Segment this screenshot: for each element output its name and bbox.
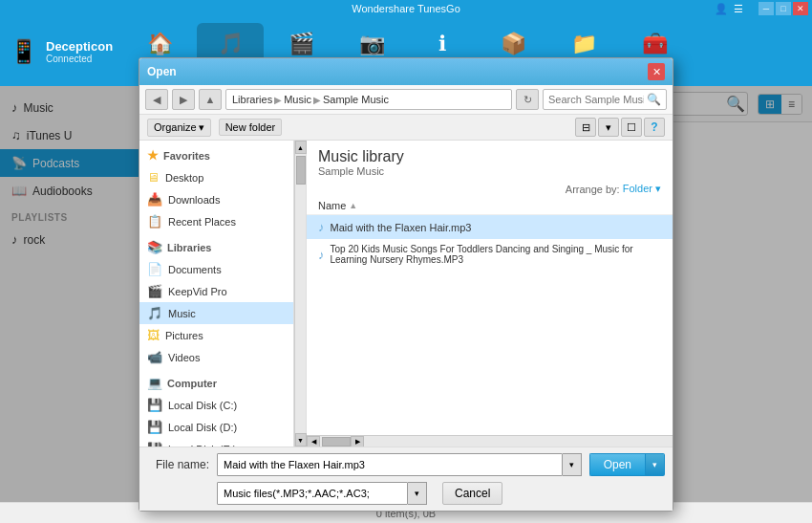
dialog-view-btn-1[interactable]: ⊟	[575, 118, 596, 137]
filename-dropdown[interactable]: ▾	[563, 453, 582, 476]
pictures-icon: 🖼	[147, 328, 160, 342]
music-icon: 🎵	[218, 32, 244, 56]
apps-icon: 📦	[501, 32, 526, 56]
filetype-field: ▾	[217, 482, 427, 505]
minimize-button[interactable]: ─	[759, 2, 774, 15]
dlg-item-downloads[interactable]: 📥 Downloads	[139, 188, 293, 210]
dlg-item-videos[interactable]: 📹 Videos	[139, 346, 293, 368]
arrange-by-button[interactable]: Folder ▾	[623, 183, 661, 195]
pictures-label: Pictures	[165, 330, 203, 341]
scroll-left-button[interactable]: ◀	[307, 436, 320, 447]
libraries-icon: 📚	[147, 240, 162, 254]
documents-label: Documents	[168, 264, 222, 275]
scroll-right-button[interactable]: ▶	[351, 436, 364, 447]
cancel-button-container: Cancel	[442, 482, 502, 505]
downloads-label: Downloads	[168, 194, 220, 206]
scroll-h-thumb[interactable]	[322, 437, 351, 447]
scroll-down-button[interactable]: ▼	[295, 433, 307, 447]
dlg-item-documents[interactable]: 📄 Documents	[139, 258, 293, 280]
filetype-dropdown[interactable]: ▾	[408, 482, 427, 505]
dialog-right-panel: Music library Sample Music Arrange by: F…	[307, 141, 673, 447]
cancel-button[interactable]: Cancel	[442, 482, 502, 505]
app-title: Wondershare TunesGo	[352, 3, 460, 14]
new-folder-button[interactable]: New folder	[219, 119, 283, 136]
dialog-search-input[interactable]	[548, 94, 644, 105]
dialog-refresh-button[interactable]: ↻	[516, 89, 539, 110]
dlg-item-recent-places[interactable]: 📋 Recent Places	[139, 210, 293, 232]
dialog-close-button[interactable]: ✕	[648, 63, 665, 80]
dialog-view-dropdown[interactable]: ▾	[598, 118, 619, 137]
recent-places-label: Recent Places	[168, 216, 236, 228]
name-column-header: Name	[318, 200, 346, 211]
close-button[interactable]: ✕	[793, 2, 808, 15]
scroll-thumb[interactable]	[296, 156, 306, 185]
dlg-item-pictures[interactable]: 🖼 Pictures	[139, 324, 293, 346]
photos-icon: 📷	[359, 32, 385, 56]
menu-icon: ☰	[734, 3, 743, 15]
dlg-item-desktop[interactable]: 🖥 Desktop	[139, 166, 293, 188]
filename-field: ▾	[217, 453, 582, 476]
new-folder-label: New folder	[225, 121, 276, 133]
recent-places-icon: 📋	[147, 214, 162, 229]
library-subtitle: Sample Music	[318, 165, 661, 177]
library-title: Music library	[318, 148, 661, 165]
file-dialog: Open ✕ ◀ ▶ ▲ Libraries ▶ Music ▶ Sample …	[139, 57, 673, 512]
device-status: Connected	[46, 54, 113, 64]
breadcrumb-libraries: Libraries	[232, 94, 272, 105]
scroll-up-button[interactable]: ▲	[295, 141, 307, 154]
file-item-0[interactable]: ♪ Maid with the Flaxen Hair.mp3	[307, 215, 673, 239]
filetype-row: ▾ Cancel	[147, 482, 665, 505]
open-button-arrow[interactable]: ▾	[645, 453, 665, 476]
file-icon-0: ♪	[318, 220, 325, 234]
favorites-label: Favorites	[163, 150, 210, 162]
filetype-input[interactable]	[217, 482, 408, 505]
window-controls: ─ □ ✕	[759, 2, 808, 15]
dialog-title-bar: Open ✕	[139, 58, 673, 85]
file-item-1[interactable]: ♪ Top 20 Kids Music Songs For Toddlers D…	[307, 239, 673, 270]
dialog-secondary-toolbar: Organize ▾ New folder ⊟ ▾ ☐ ?	[139, 115, 673, 141]
keepvid-label: KeepVid Pro	[168, 286, 227, 297]
videos-lib-icon: 📹	[147, 350, 162, 364]
information-icon: ℹ	[438, 32, 446, 56]
dialog-help-button[interactable]: ?	[644, 118, 665, 137]
organize-button[interactable]: Organize ▾	[147, 119, 211, 137]
dlg-item-disk-e[interactable]: 💾 Local Disk (E:)	[139, 438, 293, 447]
arrange-by-label: Arrange by:	[566, 184, 620, 195]
breadcrumb-music: Music	[284, 94, 311, 105]
device-name: Decepticon	[46, 39, 113, 54]
dialog-left-panel: ★ Favorites 🖥 Desktop 📥 Downloads	[139, 141, 294, 447]
home-icon: 🏠	[147, 32, 173, 56]
dialog-back-button[interactable]: ◀	[145, 89, 168, 110]
music-lib-label: Music	[168, 308, 196, 319]
favorites-header: ★ Favorites	[139, 144, 293, 166]
desktop-label: Desktop	[165, 172, 203, 184]
maximize-button[interactable]: □	[776, 2, 791, 15]
dialog-search-icon: 🔍	[647, 93, 661, 106]
dialog-up-button[interactable]: ▲	[199, 89, 222, 110]
dialog-view-btn-2[interactable]: ☐	[621, 118, 642, 137]
dialog-search-box: 🔍	[543, 89, 667, 110]
device-info: 📱 Decepticon Connected	[0, 17, 124, 86]
downloads-icon: 📥	[147, 192, 162, 207]
open-button-group: Open ▾	[589, 453, 665, 476]
dialog-title: Open	[147, 65, 177, 78]
dlg-item-keepvid-pro[interactable]: 🎬 KeepVid Pro	[139, 280, 293, 302]
dialog-forward-button[interactable]: ▶	[172, 89, 195, 110]
title-bar-user-area: 👤 ☰	[715, 3, 743, 15]
disk-c-label: Local Disk (C:)	[168, 400, 237, 411]
arrange-by-arrow: ▾	[655, 183, 661, 194]
arrange-by-value: Folder	[623, 183, 652, 194]
dlg-item-disk-c[interactable]: 💾 Local Disk (C:)	[139, 394, 293, 416]
breadcrumb-sample-music: Sample Music	[323, 94, 389, 105]
dlg-item-music[interactable]: 🎵 Music	[139, 302, 293, 324]
favorites-section: ★ Favorites 🖥 Desktop 📥 Downloads	[139, 144, 293, 232]
disk-c-icon: 💾	[147, 398, 162, 412]
breadcrumb: Libraries ▶ Music ▶ Sample Music	[225, 89, 512, 110]
open-button[interactable]: Open	[589, 453, 645, 476]
device-icon: 📱	[10, 38, 38, 65]
dlg-item-disk-d[interactable]: 💾 Local Disk (D:)	[139, 416, 293, 438]
bottom-scrollbar[interactable]: ◀ ▶	[307, 435, 673, 447]
filename-input[interactable]	[217, 453, 563, 476]
left-panel-scrollbar[interactable]: ▲ ▼	[294, 141, 306, 447]
dialog-view-buttons: ⊟ ▾ ☐ ?	[575, 118, 665, 137]
